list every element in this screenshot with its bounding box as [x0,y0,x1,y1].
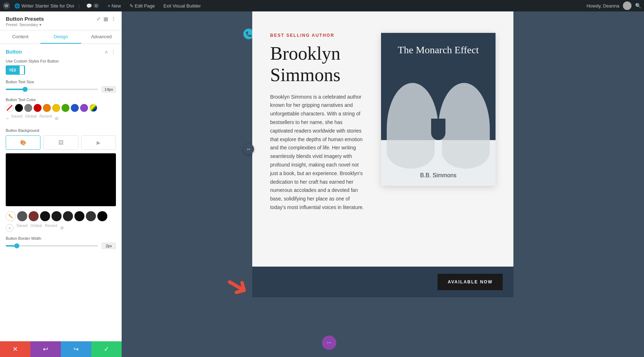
border-color-picker[interactable]: ✏️ [6,211,16,221]
text-size-slider[interactable] [6,89,98,90]
border-swatch-6[interactable] [74,211,84,221]
avatar[interactable] [623,1,631,10]
border-swatch-4[interactable] [52,211,62,221]
color-orange[interactable] [43,104,51,112]
comments-btn[interactable]: 💬 0 [84,3,101,9]
panel-content: Button ∧ ⋮ Use Custom Styles For Button … [0,44,122,341]
panel-subtitle[interactable]: Preset: Secondary ▾ [6,23,116,27]
border-color-row: ✏️ [6,211,116,221]
panel-title-text: Button Presets [6,16,44,22]
bg-color-preview[interactable] [6,153,116,206]
border-recent-tab[interactable]: Recent [45,223,57,228]
tab-design[interactable]: Design [40,30,81,44]
bg-color-opt[interactable]: 🎨 [6,135,40,150]
more-colors-icon[interactable]: ··· [6,115,8,122]
undo-button[interactable]: ↩ [30,341,61,357]
site-name-text: Writer Starter Site for Divi [21,3,74,9]
color-green[interactable] [62,104,69,112]
exit-builder-btn[interactable]: Exit Visual Builder [161,3,203,9]
border-color-settings-icon[interactable]: ⚙ [60,225,64,230]
arrows-icon: ↔ [246,146,251,152]
border-swatch-2[interactable] [29,211,39,221]
scroll-handle[interactable]: ↔ [243,144,254,154]
border-swatch-3[interactable] [40,211,50,221]
wing-right [438,83,490,140]
cancel-button[interactable]: ✕ [0,341,30,357]
color-gray[interactable] [24,104,32,112]
top-nav: W 🌐 Writer Starter Site for Divi | 💬 0 +… [0,0,644,11]
purple-options-button[interactable]: ··· [322,336,336,350]
border-swatch-5[interactable] [63,211,73,221]
wing-center [431,119,445,140]
edit-page-btn[interactable]: ✎ Edit Page [127,3,157,9]
more-icon[interactable]: ⋮ [111,16,116,22]
toggle-button[interactable]: YES [6,65,25,75]
book-bottom: B.B. Simmons [381,140,496,186]
add-color-btn[interactable]: + [6,224,14,232]
color-black[interactable] [15,104,23,112]
bg-image-opt[interactable]: 🖼 [43,135,78,150]
border-width-label: Button Border Width [6,236,116,241]
border-swatch-7[interactable] [86,211,96,221]
panel-header: Button Presets ⤢ ▦ ⋮ Preset: Secondary ▾ [0,11,122,30]
tab-advanced[interactable]: Advanced [81,30,122,44]
save-icon: ✓ [104,345,109,353]
border-global-tab[interactable]: Global [30,223,42,228]
color-settings-icon[interactable]: ⚙ [55,116,59,121]
wp-logo-icon[interactable]: W [3,2,10,9]
author-name-line2: Simmons [270,65,341,85]
bg-color-icon: 🎨 [20,140,26,145]
panel-title-left: Button Presets [6,16,44,22]
collapse-icon[interactable]: ∧ [104,49,108,55]
bg-video-opt[interactable]: ▶ [81,135,116,150]
options-icon: ··· [327,339,331,346]
button-section-title: Button [6,49,22,55]
color-red[interactable] [34,104,42,112]
redo-icon: ↪ [73,345,79,353]
recent-colors-tab[interactable]: Recent [39,114,52,118]
color-blue[interactable] [71,104,79,112]
author-name-line1: Brooklyn [270,43,340,64]
border-swatch-1[interactable] [17,211,27,221]
color-transparent[interactable] [6,104,14,112]
color-purple[interactable] [80,104,88,112]
text-size-label: Button Text Size [6,80,116,84]
new-btn[interactable]: + New [106,3,123,9]
toggle-no [20,66,24,74]
color-yellow[interactable] [52,104,60,112]
border-swatch-8[interactable] [97,211,107,221]
color-picker-swatch[interactable] [89,104,97,112]
text-color-label: Button Text Color [6,98,116,102]
expand-icon[interactable]: ⤢ [96,16,101,22]
bottom-bar: ✕ ↩ ↪ ✓ [0,341,122,357]
panel-title-icons: ⤢ ▦ ⋮ [96,16,116,22]
border-width-slider-row: 2px [6,243,116,249]
preset-label: Preset: Secondary ▾ [6,23,42,27]
available-now-button[interactable]: AVAILABLE NOW [438,274,503,290]
cancel-icon: ✕ [13,345,18,353]
section-more-icon[interactable]: ⋮ [111,49,116,55]
pen-icon: ✏️ [8,214,13,219]
save-button[interactable]: ✓ [91,341,122,357]
search-icon[interactable]: 🔍 [635,3,641,9]
book-cover-title: The Monarch Effect [398,44,479,56]
author-section: BEST SELLING AUTHOR Brooklyn Simmons Bro… [252,11,513,267]
tab-content[interactable]: Content [0,30,40,44]
saved-colors-tab[interactable]: Saved [11,114,22,118]
monarch-shape [381,83,496,140]
columns-icon[interactable]: ▦ [103,16,108,22]
book-author-name: B.B. Simmons [388,151,488,179]
global-colors-tab[interactable]: Global [25,114,37,118]
button-section-header: Button ∧ ⋮ [6,49,116,55]
toggle-yes: YES [6,66,19,74]
redo-button[interactable]: ↪ [61,341,91,357]
new-label: + New [108,3,121,9]
border-width-slider[interactable] [6,245,98,247]
main-layout: Button Presets ⤢ ▦ ⋮ Preset: Secondary ▾… [0,11,644,357]
text-size-slider-row: 14px [6,86,116,93]
nav-right: Howdy, Deanna 🔍 [586,1,641,10]
site-name[interactable]: 🌐 Writer Starter Site for Divi [14,3,74,9]
border-saved-tab[interactable]: Saved [16,223,28,228]
author-text: BEST SELLING AUTHOR Brooklyn Simmons Bro… [270,33,367,212]
custom-styles-toggle[interactable]: YES [6,65,116,75]
